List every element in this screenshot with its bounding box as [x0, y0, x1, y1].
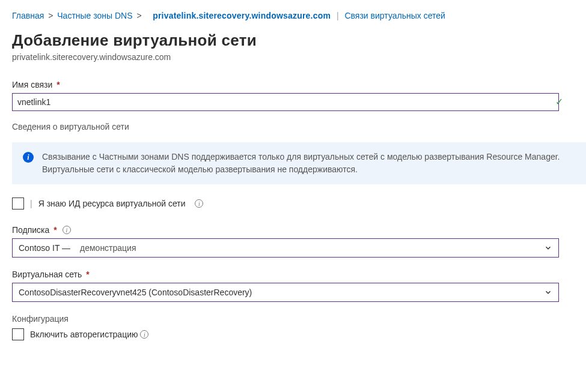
- separator-icon: |: [30, 199, 32, 208]
- vnet-section-label: Сведения о виртуальной сети: [12, 122, 574, 131]
- page-title: Добавление виртуальной сети: [12, 31, 574, 50]
- know-id-label: Я знаю ИД ресурса виртуальной сети: [38, 199, 186, 208]
- info-circle-icon[interactable]: i: [195, 199, 203, 208]
- subscription-label: Подписка * i: [12, 225, 574, 235]
- vnet-select[interactable]: ContosoDisasterRecoveryvnet425 (ContosoD…: [12, 283, 559, 302]
- breadcrumb-sep: >: [136, 11, 141, 20]
- know-id-row: | Я знаю ИД ресурса виртуальной сети i: [12, 198, 574, 210]
- info-icon: i: [23, 152, 34, 163]
- autoreg-row: Включить авторегистрацию i: [12, 328, 574, 340]
- required-icon: *: [86, 270, 89, 279]
- breadcrumb-zone-name[interactable]: privatelink.siterecovery.windowsazure.co…: [153, 11, 331, 20]
- subscription-select[interactable]: Contoso IT — демонстрация: [12, 238, 559, 258]
- required-icon: *: [53, 225, 56, 235]
- subscription-value-main: Contoso IT —: [19, 243, 70, 253]
- link-name-label: Имя связи *: [12, 80, 574, 89]
- breadcrumb-home[interactable]: Главная: [12, 11, 44, 20]
- check-icon: ✓: [555, 96, 563, 107]
- vnet-value: ContosoDisasterRecoveryvnet425 (ContosoD…: [19, 288, 252, 297]
- breadcrumb-pipe: |: [337, 11, 339, 20]
- autoreg-label: Включить авторегистрацию: [30, 330, 138, 339]
- subscription-value-sub: демонстрация: [80, 243, 136, 253]
- breadcrumb: Главная > Частные зоны DNS > privatelink…: [12, 11, 574, 20]
- info-text: Связывание с Частными зонами DNS поддерж…: [42, 151, 575, 176]
- know-id-checkbox[interactable]: [12, 198, 24, 210]
- breadcrumb-sep: >: [48, 11, 53, 20]
- autoreg-checkbox[interactable]: [12, 328, 24, 340]
- config-label: Конфигурация: [12, 314, 574, 324]
- vnet-label: Виртуальная сеть *: [12, 270, 574, 279]
- page-subtitle: privatelink.siterecovery.windowsazure.co…: [12, 52, 574, 62]
- info-circle-icon[interactable]: i: [63, 226, 71, 234]
- breadcrumb-links[interactable]: Связи виртуальных сетей: [344, 11, 445, 20]
- breadcrumb-zones[interactable]: Частные зоны DNS: [57, 11, 132, 20]
- required-icon: *: [56, 80, 60, 89]
- chevron-down-icon: [544, 244, 552, 252]
- info-banner: i Связывание с Частными зонами DNS подде…: [12, 142, 586, 184]
- link-name-input[interactable]: [12, 93, 559, 111]
- chevron-down-icon: [544, 288, 552, 297]
- info-circle-icon[interactable]: i: [140, 330, 148, 339]
